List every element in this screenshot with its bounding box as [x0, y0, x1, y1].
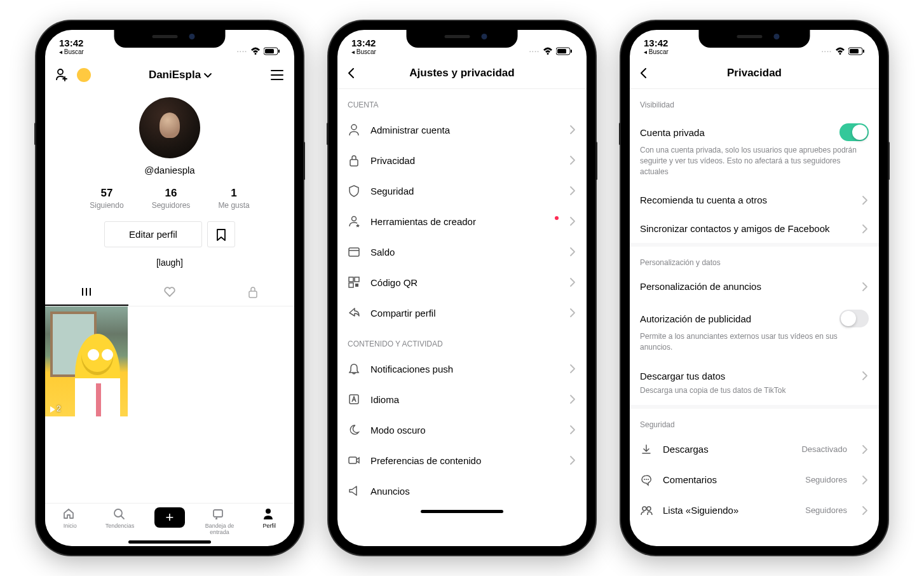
status-back[interactable]: ◂ Buscar — [644, 49, 669, 55]
battery-icon — [848, 47, 865, 55]
back-button[interactable] — [346, 67, 357, 79]
stat-followers[interactable]: 16Seguidores — [152, 187, 191, 210]
person-icon — [348, 123, 360, 136]
play-icon — [48, 405, 55, 413]
chevron-right-icon — [569, 277, 576, 287]
wifi-icon — [250, 47, 261, 55]
item-download-data[interactable]: Descargar tus datos Descarga una copia d… — [630, 362, 879, 405]
back-button[interactable] — [639, 67, 649, 79]
heart-icon — [163, 285, 176, 298]
tab-posts[interactable] — [45, 279, 128, 306]
item-share-profile[interactable]: Compartir perfil — [337, 298, 587, 328]
chevron-right-icon — [569, 364, 576, 374]
battery-icon — [264, 47, 280, 55]
comment-icon — [640, 474, 653, 486]
section-content: CONTENIDO Y ACTIVIDAD — [337, 328, 587, 353]
shield-icon — [348, 184, 360, 197]
people-icon — [640, 504, 653, 517]
coin-icon[interactable] — [77, 68, 91, 82]
grid-icon — [80, 285, 93, 298]
item-ads-personalization[interactable]: Personalización de anuncios — [630, 272, 879, 301]
item-private-account[interactable]: Cuenta privada Con una cuenta privada, s… — [630, 114, 879, 186]
home-indicator[interactable] — [421, 510, 503, 513]
item-ad-authorization[interactable]: Autorización de publicidad Permite a los… — [630, 301, 879, 362]
item-creator-tools[interactable]: Herramientas de creador — [337, 206, 587, 237]
signal-dots: ···· — [529, 48, 540, 55]
item-privacy[interactable]: Privacidad — [337, 145, 587, 175]
video-thumbnail[interactable]: 2 — [45, 306, 128, 416]
nav-trends[interactable]: Tendencias — [95, 507, 144, 535]
nav-profile[interactable]: Perfil — [245, 507, 294, 535]
lock-icon — [247, 285, 259, 298]
nav-home[interactable]: Inicio — [45, 507, 95, 535]
profile-title[interactable]: DaniEspla — [149, 69, 212, 81]
home-indicator[interactable] — [128, 540, 211, 544]
bio: [laugh] — [45, 257, 294, 268]
item-manage-account[interactable]: Administrar cuenta — [337, 114, 587, 145]
item-downloads[interactable]: Descargas Desactivado — [630, 434, 879, 465]
megaphone-icon — [348, 484, 360, 497]
stat-likes[interactable]: 1Me gusta — [218, 187, 249, 210]
status-back[interactable]: ◂ Buscar — [59, 49, 84, 55]
wifi-icon — [835, 47, 845, 55]
item-push[interactable]: Notificaciones push — [337, 353, 587, 384]
moon-icon — [348, 423, 360, 436]
chevron-right-icon — [861, 475, 869, 485]
chevron-right-icon — [861, 282, 869, 292]
stat-following[interactable]: 57Siguiendo — [90, 187, 123, 210]
qr-icon — [348, 276, 360, 289]
nav-add[interactable]: + — [145, 507, 194, 535]
chevron-right-icon — [569, 455, 576, 465]
item-security[interactable]: Seguridad — [337, 175, 587, 206]
edit-profile-button[interactable]: Editar perfil — [104, 221, 202, 247]
bottom-nav: Inicio Tendencias + Bandeja de entrada P… — [45, 503, 294, 537]
language-icon — [348, 393, 360, 406]
section-security: Seguridad — [630, 409, 879, 434]
chevron-right-icon — [861, 444, 869, 455]
item-following-list[interactable]: Lista «Siguiendo» Seguidores — [630, 495, 879, 526]
nav-inbox[interactable]: Bandeja de entrada — [194, 507, 244, 535]
private-account-toggle[interactable] — [839, 123, 869, 141]
item-language[interactable]: Idioma — [337, 384, 587, 415]
chevron-right-icon — [569, 155, 576, 165]
chevron-right-icon — [861, 224, 869, 234]
item-recommend[interactable]: Recomienda tu cuenta a otros — [630, 186, 879, 214]
status-back[interactable]: ◂ Buscar — [351, 49, 376, 55]
bell-icon — [348, 362, 360, 375]
chevron-right-icon — [569, 186, 576, 196]
status-time: 13:42 — [351, 38, 376, 48]
share-icon — [348, 306, 360, 319]
video-icon — [348, 454, 360, 467]
ad-auth-toggle[interactable] — [839, 310, 869, 327]
item-ads[interactable]: Anuncios — [337, 476, 587, 506]
chevron-right-icon — [569, 125, 576, 135]
username: @daniespla — [45, 165, 294, 175]
page-title: Ajustes y privacidad — [409, 67, 514, 79]
tab-liked[interactable] — [128, 279, 212, 306]
bookmark-button[interactable] — [207, 221, 235, 247]
chevron-down-icon — [203, 71, 212, 79]
item-sync-contacts[interactable]: Sincronizar contactos y amigos de Facebo… — [630, 214, 879, 243]
page-title: Privacidad — [727, 67, 782, 79]
chevron-right-icon — [569, 308, 576, 318]
signal-dots: ···· — [237, 48, 247, 55]
chevron-right-icon — [861, 505, 869, 516]
add-person-icon[interactable] — [55, 68, 69, 82]
chevron-right-icon — [861, 195, 869, 205]
wallet-icon — [348, 245, 360, 258]
item-comments[interactable]: Comentarios Seguidores — [630, 465, 879, 495]
section-visibility: Visibilidad — [630, 89, 879, 114]
item-darkmode[interactable]: Modo oscuro — [337, 415, 587, 445]
hamburger-icon[interactable] — [270, 68, 284, 82]
chevron-right-icon — [861, 371, 869, 381]
chevron-right-icon — [569, 394, 576, 404]
star-person-icon — [348, 215, 360, 228]
section-account: CUENTA — [337, 89, 587, 114]
item-content-pref[interactable]: Preferencias de contenido — [337, 445, 587, 476]
item-balance[interactable]: Saldo — [337, 237, 587, 267]
item-qr[interactable]: Código QR — [337, 267, 587, 298]
tab-private[interactable] — [211, 279, 294, 306]
lock-icon — [348, 154, 360, 167]
battery-icon — [556, 47, 573, 55]
avatar[interactable] — [139, 97, 200, 158]
